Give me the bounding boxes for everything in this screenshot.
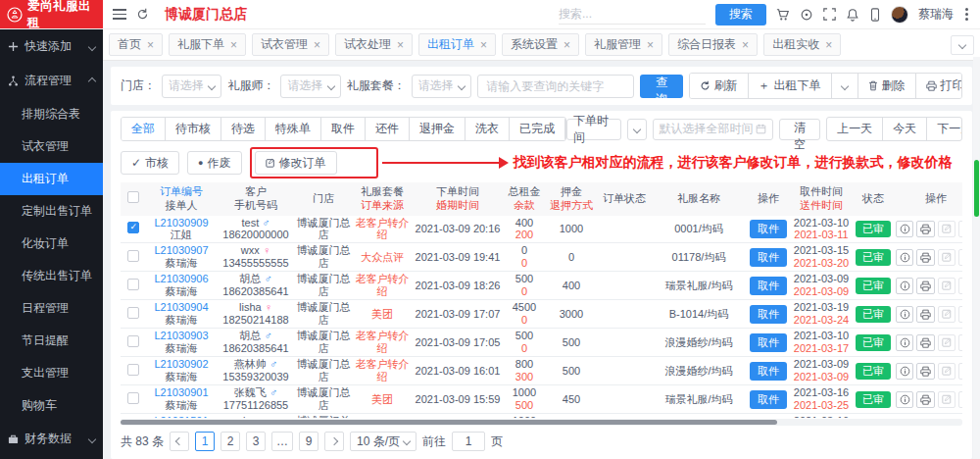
horizontal-scrollbar[interactable] bbox=[121, 419, 962, 426]
select-all-checkbox[interactable] bbox=[127, 191, 139, 203]
status-tab-已完成[interactable]: 已完成 bbox=[509, 118, 564, 140]
more-options-icon[interactable] bbox=[963, 8, 970, 21]
tab-close-icon[interactable]: × bbox=[314, 38, 320, 52]
tab-出租订单[interactable]: 出租订单× bbox=[418, 33, 496, 56]
tab-系统设置[interactable]: 系统设置× bbox=[502, 33, 579, 56]
tab-出租实收[interactable]: 出租实收× bbox=[763, 33, 841, 56]
table-row[interactable]: L21030909江姐 test ♂18620000000 博诚厦门总店 老客户… bbox=[121, 216, 962, 243]
pickup-return-button[interactable]: 取件 bbox=[750, 248, 787, 267]
mobile-icon[interactable] bbox=[869, 8, 881, 22]
tab-close-icon[interactable]: × bbox=[647, 38, 654, 52]
refresh-page-icon[interactable] bbox=[136, 8, 149, 21]
row-checkbox[interactable] bbox=[127, 392, 139, 404]
horizontal-scrollbar-thumb[interactable] bbox=[121, 420, 777, 425]
page-button-9[interactable]: 9 bbox=[299, 432, 318, 451]
global-search-input[interactable] bbox=[559, 5, 706, 25]
order-number-link[interactable]: L21030907 bbox=[154, 244, 208, 256]
sidebar-group-process[interactable]: 流程管理 bbox=[0, 64, 103, 98]
sidebar-item-支出管理[interactable]: 支出管理 bbox=[0, 357, 103, 389]
review-button[interactable]: ✓市核 bbox=[121, 151, 179, 175]
refresh-button[interactable]: 刷新 bbox=[690, 74, 748, 98]
page-size-select[interactable]: 10 条/页 bbox=[350, 432, 416, 451]
sidebar-item-日程管理[interactable]: 日程管理 bbox=[0, 292, 103, 325]
row-more-button[interactable]: ··· bbox=[958, 249, 962, 266]
row-checkbox[interactable] bbox=[127, 307, 139, 319]
table-row[interactable]: L21030901蔡瑞海 张魏飞 ♂17751126855 博诚厦门总店 美团 … bbox=[121, 385, 962, 414]
sidebar-item-化妆订单[interactable]: 化妆订单 bbox=[0, 228, 103, 260]
table-row[interactable]: L21030907蔡瑞海 wxx ♀13455555555 博诚厦门总店 大众点… bbox=[121, 243, 962, 272]
user-avatar[interactable] bbox=[891, 6, 908, 24]
tabs-dropdown-button[interactable] bbox=[951, 35, 974, 55]
tab-综合日报表[interactable]: 综合日报表× bbox=[668, 33, 758, 56]
keyword-input[interactable] bbox=[477, 75, 634, 98]
tab-试衣处理[interactable]: 试衣处理× bbox=[335, 33, 413, 56]
row-info-button[interactable] bbox=[896, 363, 913, 380]
sidebar-item-购物车[interactable]: 购物车 bbox=[0, 389, 103, 422]
package-select[interactable]: 请选择 bbox=[412, 75, 471, 98]
sidebar-item-试衣管理[interactable]: 试衣管理 bbox=[0, 130, 103, 163]
order-number-link[interactable]: L21031501 bbox=[154, 415, 208, 418]
time-type-select[interactable]: 下单时间 bbox=[566, 119, 621, 140]
target-icon[interactable] bbox=[800, 8, 813, 22]
row-more-button[interactable]: ··· bbox=[958, 363, 962, 380]
row-print-button[interactable] bbox=[916, 334, 934, 351]
row-print-button[interactable] bbox=[916, 249, 934, 266]
row-more-button[interactable]: ··· bbox=[958, 221, 962, 237]
tab-close-icon[interactable]: × bbox=[742, 38, 749, 52]
prev-day-button[interactable]: 上一天 bbox=[827, 118, 882, 140]
pickup-return-button[interactable]: 取件 bbox=[750, 220, 787, 238]
vertical-scrollbar[interactable] bbox=[973, 57, 980, 459]
new-order-dropdown[interactable] bbox=[831, 74, 858, 98]
tab-礼服下单[interactable]: 礼服下单× bbox=[169, 33, 246, 56]
sidebar-item-传统出售订单[interactable]: 传统出售订单 bbox=[0, 260, 103, 292]
order-number-link[interactable]: L21030906 bbox=[154, 273, 208, 284]
next-day-button[interactable]: 下一天 bbox=[926, 118, 962, 140]
pickup-return-button[interactable]: 取件 bbox=[750, 390, 787, 409]
page-ellipsis[interactable]: … bbox=[271, 432, 293, 451]
row-more-button[interactable]: ··· bbox=[958, 391, 962, 408]
status-tab-退押金[interactable]: 退押金 bbox=[409, 118, 465, 140]
sidebar-quick-add[interactable]: 快速添加 bbox=[0, 29, 103, 64]
order-number-link[interactable]: L21030904 bbox=[154, 301, 208, 313]
delete-button[interactable]: 删除 bbox=[858, 74, 915, 98]
row-more-button[interactable]: ··· bbox=[958, 278, 962, 294]
tab-试衣管理[interactable]: 试衣管理× bbox=[252, 33, 329, 56]
row-print-button[interactable] bbox=[916, 391, 934, 408]
cart-icon[interactable] bbox=[776, 8, 790, 22]
status-tab-特殊单[interactable]: 特殊单 bbox=[265, 118, 320, 140]
status-tab-待选[interactable]: 待选 bbox=[220, 118, 265, 140]
row-edit-button[interactable] bbox=[938, 363, 956, 380]
clear-date-button[interactable]: 清空 bbox=[779, 119, 821, 140]
row-edit-button[interactable] bbox=[938, 278, 956, 294]
page-button-1[interactable]: 1 bbox=[195, 432, 215, 451]
new-rental-order-button[interactable]: ＋出租下单 bbox=[748, 74, 831, 98]
table-row[interactable]: L21030904蔡瑞海 lisha ♀18250214188 博诚厦门总店 美… bbox=[121, 300, 962, 329]
pickup-return-button[interactable]: 取件 bbox=[750, 362, 787, 381]
row-info-button[interactable] bbox=[896, 221, 913, 237]
row-more-button[interactable]: ··· bbox=[958, 306, 962, 323]
table-row[interactable]: L21030902蔡瑞海 燕林帅 ♂15359320039 博诚厦门总店 老客户… bbox=[121, 357, 962, 385]
notifications-bell-icon[interactable] bbox=[846, 8, 859, 22]
today-button[interactable]: 今天 bbox=[882, 118, 926, 140]
tab-close-icon[interactable]: × bbox=[230, 38, 237, 52]
order-number-link[interactable]: L21030903 bbox=[154, 330, 208, 341]
time-type-chevron[interactable] bbox=[627, 119, 647, 140]
sidebar-item-排期综合表[interactable]: 排期综合表 bbox=[0, 98, 103, 130]
order-number-link[interactable]: L21030909 bbox=[154, 217, 208, 229]
row-print-button[interactable] bbox=[916, 278, 934, 294]
row-info-button[interactable] bbox=[896, 306, 913, 323]
vertical-scrollbar-thumb[interactable] bbox=[974, 160, 979, 217]
modify-order-button[interactable]: 修改订单 bbox=[255, 151, 337, 175]
row-edit-button[interactable] bbox=[938, 306, 956, 323]
row-info-button[interactable] bbox=[896, 334, 913, 351]
tab-首页[interactable]: 首页× bbox=[109, 33, 163, 56]
sidebar-item-节日提醒[interactable]: 节日提醒 bbox=[0, 325, 103, 357]
store-select[interactable]: 请选择 bbox=[162, 75, 221, 98]
tab-close-icon[interactable]: × bbox=[147, 38, 154, 52]
row-checkbox[interactable] bbox=[127, 279, 139, 290]
tab-close-icon[interactable]: × bbox=[397, 38, 404, 52]
page-button-2[interactable]: 2 bbox=[220, 432, 240, 451]
tab-礼服管理[interactable]: 礼服管理× bbox=[585, 33, 662, 56]
tab-close-icon[interactable]: × bbox=[564, 38, 570, 52]
menu-toggle-icon[interactable] bbox=[113, 9, 126, 20]
